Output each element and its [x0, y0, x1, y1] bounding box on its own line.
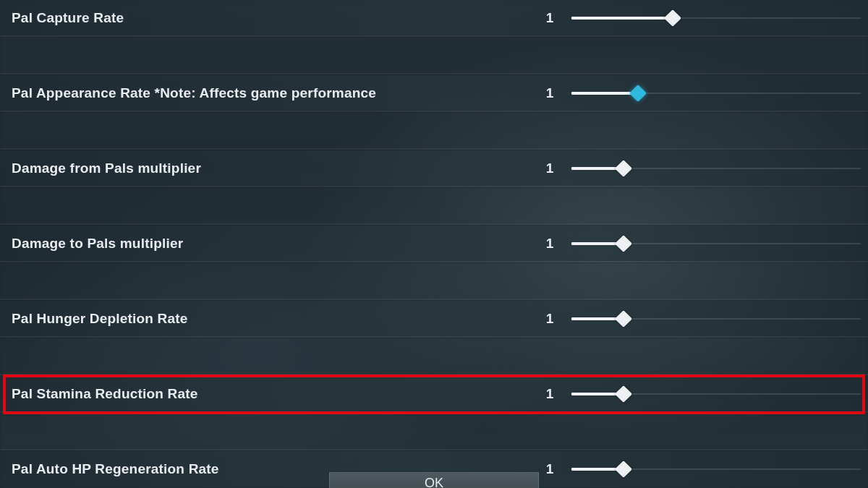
row-separator [0, 411, 868, 414]
setting-label: Pal Stamina Reduction Rate [0, 386, 198, 402]
setting-row: Pal Stamina Reduction Rate1 [0, 376, 868, 411]
setting-label: Pal Capture Rate [0, 10, 124, 26]
setting-label: Damage to Pals multiplier [0, 236, 183, 252]
setting-value: 1 [528, 10, 571, 26]
setting-slider[interactable] [571, 75, 861, 111]
slider-thumb-icon[interactable] [615, 460, 632, 477]
row-separator [0, 261, 868, 263]
setting-value: 1 [528, 160, 571, 176]
setting-row: Pal Hunger Depletion Rate1 [0, 301, 868, 336]
setting-slider[interactable] [571, 0, 861, 35]
setting-value: 1 [528, 236, 571, 252]
ok-button[interactable]: OK [329, 472, 539, 488]
setting-slider[interactable] [571, 301, 861, 336]
setting-value: 1 [528, 311, 571, 327]
row-separator [0, 186, 868, 188]
ok-button-label: OK [425, 476, 443, 488]
slider-fill [571, 17, 673, 20]
slider-thumb-icon[interactable] [615, 234, 632, 252]
slider-thumb-icon[interactable] [615, 309, 632, 327]
setting-row: Pal Capture Rate1 [0, 0, 868, 35]
row-separator [0, 111, 868, 113]
slider-fill [571, 92, 638, 95]
setting-label: Pal Hunger Depletion Rate [0, 311, 188, 327]
setting-label: Damage from Pals multiplier [0, 160, 201, 176]
slider-thumb-icon[interactable] [629, 84, 647, 101]
setting-row: Damage to Pals multiplier1 [0, 226, 868, 261]
slider-thumb-icon[interactable] [615, 385, 632, 402]
world-settings-panel: Pal Capture Rate1Pal Appearance Rate *No… [0, 0, 868, 488]
setting-slider[interactable] [571, 150, 861, 186]
setting-slider[interactable] [571, 451, 861, 487]
slider-thumb-icon[interactable] [664, 9, 681, 26]
setting-label: Pal Auto HP Regeneration Rate [0, 461, 219, 477]
slider-thumb-icon[interactable] [615, 159, 632, 176]
setting-label: Pal Appearance Rate *Note: Affects game … [0, 85, 376, 101]
row-separator [0, 336, 868, 338]
setting-row: Damage from Pals multiplier1 [0, 150, 868, 186]
setting-row: Pal Appearance Rate *Note: Affects game … [0, 75, 868, 111]
setting-value: 1 [528, 85, 571, 101]
setting-slider[interactable] [571, 376, 861, 411]
setting-value: 1 [528, 386, 571, 402]
row-separator [0, 35, 868, 38]
setting-slider[interactable] [571, 226, 861, 261]
